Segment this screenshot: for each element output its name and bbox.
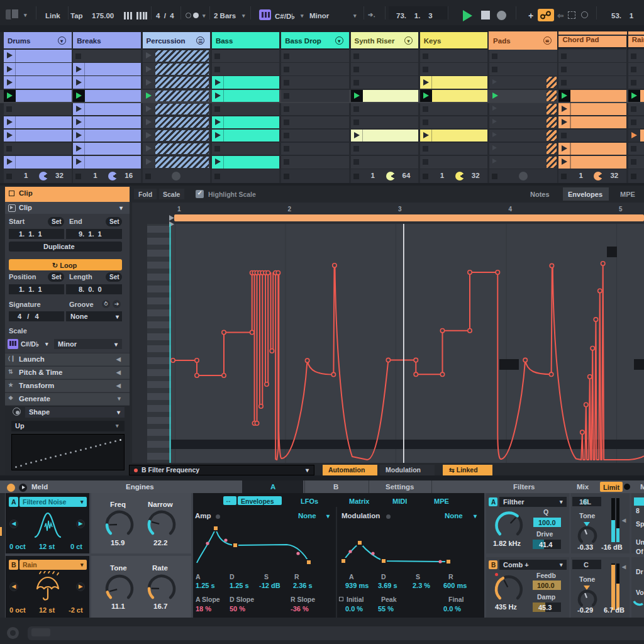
svg-text:2: 2 (288, 206, 292, 213)
svg-text:4: 4 (509, 206, 513, 213)
svg-text:1: 1 (177, 206, 181, 213)
svg-text:5: 5 (619, 206, 623, 213)
svg-text:3: 3 (398, 206, 402, 213)
